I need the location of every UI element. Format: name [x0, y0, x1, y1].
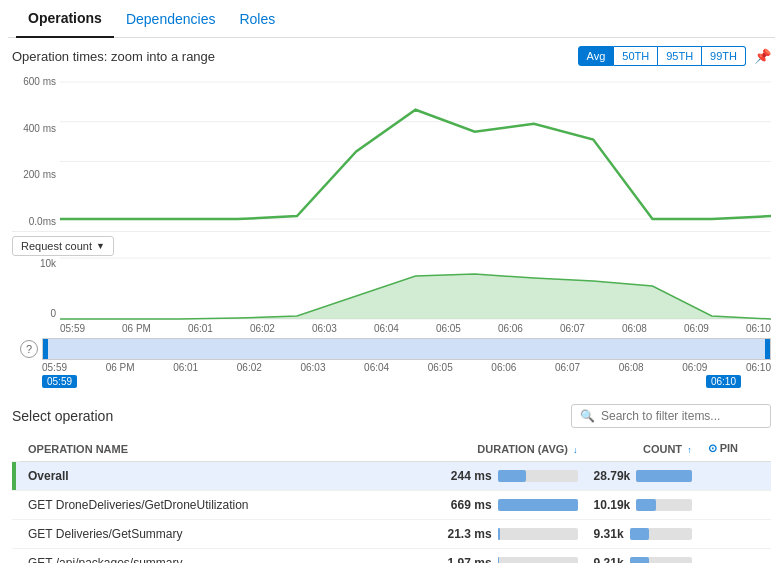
row-name: GET Deliveries/GetSummary: [20, 520, 357, 549]
col-count[interactable]: COUNT ↑: [586, 436, 700, 462]
time-label-4: 06:03: [312, 323, 337, 334]
svg-marker-6: [60, 274, 771, 319]
time-label-7: 06:06: [498, 323, 523, 334]
time-label-8: 06:07: [560, 323, 585, 334]
row-pin[interactable]: [700, 491, 771, 520]
tab-dependencies[interactable]: Dependencies: [114, 1, 228, 37]
range-time-9: 06:08: [619, 362, 644, 373]
range-time-11: 06:10: [746, 362, 771, 373]
time-label-1: 06 PM: [122, 323, 151, 334]
time-label-11: 06:10: [746, 323, 771, 334]
range-time-10: 06:09: [682, 362, 707, 373]
row-count: 28.79k: [586, 462, 700, 491]
table-row[interactable]: GET /api/packages/summary 1.97 ms 9.21k: [12, 549, 771, 564]
mini-y-0: 0: [12, 308, 60, 319]
range-handle-left[interactable]: [43, 339, 48, 359]
row-indicator-cell: [12, 549, 20, 564]
range-handle-right[interactable]: [765, 339, 770, 359]
y-label-600: 600 ms: [12, 76, 60, 87]
range-time-4: 06:03: [300, 362, 325, 373]
row-indicator-cell: [12, 520, 20, 549]
operations-table: OPERATION NAME DURATION (AVG) ↓ COUNT ↑ …: [12, 436, 771, 563]
percentile-controls: Avg 50TH 95TH 99TH 📌: [578, 46, 771, 66]
range-time-1: 06 PM: [106, 362, 135, 373]
row-duration: 669 ms: [357, 491, 585, 520]
col-duration[interactable]: DURATION (AVG) ↓: [357, 436, 585, 462]
table-row[interactable]: GET Deliveries/GetSummary 21.3 ms 9.31k: [12, 520, 771, 549]
indicator-col: [12, 436, 20, 462]
help-icon[interactable]: ?: [20, 340, 38, 358]
search-icon: 🔍: [580, 409, 595, 423]
search-box: 🔍: [571, 404, 771, 428]
tab-bar: Operations Dependencies Roles: [8, 0, 775, 38]
sort-duration-icon: ↓: [573, 445, 578, 455]
range-time-0: 05:59: [42, 362, 67, 373]
y-label-0: 0.0ms: [12, 216, 60, 227]
range-labels-row: 05:59 06:10: [12, 375, 771, 388]
time-label-3: 06:02: [250, 323, 275, 334]
table-header-row: OPERATION NAME DURATION (AVG) ↓ COUNT ↑ …: [12, 436, 771, 462]
row-duration: 21.3 ms: [357, 520, 585, 549]
row-duration: 1.97 ms: [357, 549, 585, 564]
pct95-btn[interactable]: 95TH: [658, 46, 702, 66]
col-op-name: OPERATION NAME: [20, 436, 357, 462]
range-start-label: 05:59: [42, 375, 77, 388]
mini-chart-wrapper: Request count ▼ 10k 0: [12, 232, 771, 321]
time-label-5: 06:04: [374, 323, 399, 334]
range-time-8: 06:07: [555, 362, 580, 373]
row-indicator-cell: [12, 462, 20, 491]
row-pin[interactable]: [700, 520, 771, 549]
chart-area: [60, 72, 771, 231]
range-time-3: 06:02: [237, 362, 262, 373]
tab-roles[interactable]: Roles: [227, 1, 287, 37]
pct99-btn[interactable]: 99TH: [702, 46, 746, 66]
time-label-0: 05:59: [60, 323, 85, 334]
time-label-2: 06:01: [188, 323, 213, 334]
request-count-dropdown[interactable]: Request count ▼: [12, 236, 114, 256]
row-pin[interactable]: [700, 462, 771, 491]
percentile-btns: Avg 50TH 95TH 99TH: [578, 46, 746, 66]
mini-chart-label-row: Request count ▼: [12, 232, 771, 256]
mini-chart-area: [60, 256, 771, 321]
mini-y-labels: 10k 0: [12, 256, 60, 321]
pin-col-icon: ⊙: [708, 442, 717, 454]
row-name: Overall: [20, 462, 357, 491]
row-name: GET DroneDeliveries/GetDroneUtilization: [20, 491, 357, 520]
time-label-9: 06:08: [622, 323, 647, 334]
range-end-label: 06:10: [706, 375, 741, 388]
range-time-7: 06:06: [491, 362, 516, 373]
select-title: Select operation: [12, 408, 113, 424]
pct50-btn[interactable]: 50TH: [614, 46, 658, 66]
range-selector-row: ?: [12, 338, 771, 360]
time-label-10: 06:09: [684, 323, 709, 334]
range-time-5: 06:04: [364, 362, 389, 373]
time-label-6: 06:05: [436, 323, 461, 334]
chart-header: Operation times: zoom into a range Avg 5…: [12, 46, 771, 66]
time-axis: 05:59 06 PM 06:01 06:02 06:03 06:04 06:0…: [12, 321, 771, 336]
range-selected: [43, 339, 770, 359]
pin-icon[interactable]: 📌: [754, 48, 771, 64]
mini-y-10k: 10k: [12, 258, 60, 269]
dropdown-chevron-icon: ▼: [96, 241, 105, 251]
range-time-6: 06:05: [428, 362, 453, 373]
search-input[interactable]: [601, 409, 762, 423]
sort-count-icon: ↑: [687, 445, 692, 455]
tabs-container: Operations Dependencies Roles: [0, 0, 783, 38]
select-header: Select operation 🔍: [12, 404, 771, 428]
table-row[interactable]: GET DroneDeliveries/GetDroneUtilization …: [12, 491, 771, 520]
chart-y-labels: 600 ms 400 ms 200 ms 0.0ms: [12, 72, 60, 231]
row-count: 10.19k: [586, 491, 700, 520]
avg-btn[interactable]: Avg: [578, 46, 615, 66]
chart-section: Operation times: zoom into a range Avg 5…: [0, 38, 783, 388]
y-label-200: 200 ms: [12, 169, 60, 180]
range-track-wrapper[interactable]: [42, 338, 771, 360]
row-count: 9.31k: [586, 520, 700, 549]
row-count: 9.21k: [586, 549, 700, 564]
tab-operations[interactable]: Operations: [16, 0, 114, 38]
col-pin[interactable]: ⊙ PIN: [700, 436, 771, 462]
row-name: GET /api/packages/summary: [20, 549, 357, 564]
chart-title: Operation times: zoom into a range: [12, 49, 215, 64]
row-pin[interactable]: [700, 549, 771, 564]
range-time-2: 06:01: [173, 362, 198, 373]
table-row[interactable]: Overall 244 ms 28.79k: [12, 462, 771, 491]
